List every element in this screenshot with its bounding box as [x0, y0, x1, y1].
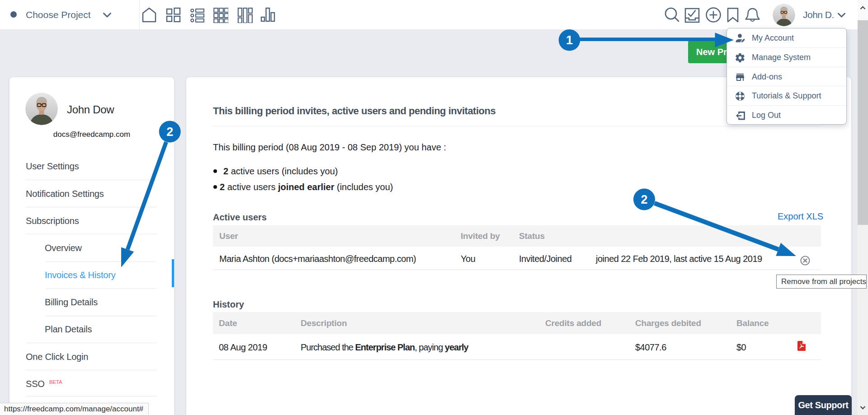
svg-text:1: 1	[566, 33, 573, 47]
